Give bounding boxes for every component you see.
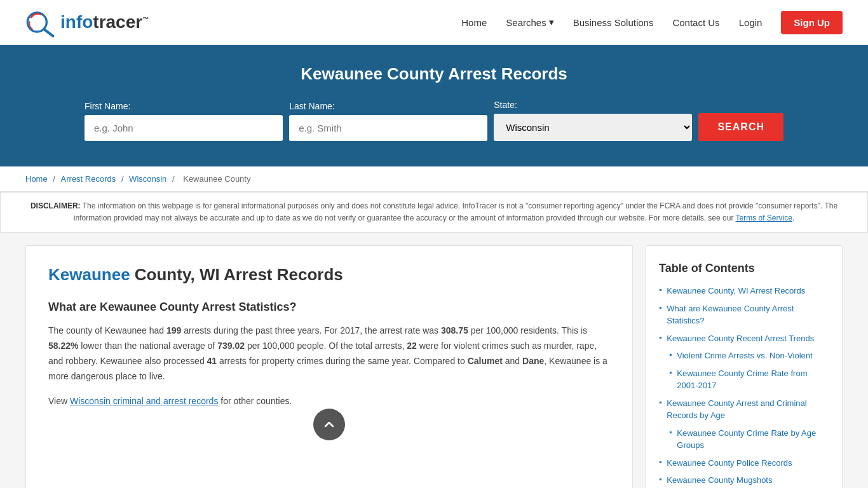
toc-item-8: Kewaunee County Police Records bbox=[659, 457, 829, 470]
first-name-group: First Name: bbox=[85, 101, 283, 141]
article-title: Kewaunee County, WI Arrest Records bbox=[48, 265, 610, 285]
arrests-count: 199 bbox=[166, 325, 181, 336]
scroll-up-button[interactable] bbox=[313, 409, 345, 440]
toc-heading: Table of Contents bbox=[659, 262, 829, 275]
toc-item-2: What are Kewaunee County Arrest Statisti… bbox=[659, 302, 829, 327]
state-group: State: Wisconsin bbox=[494, 100, 692, 141]
hero-section: Kewaunee County Arrest Records First Nam… bbox=[0, 45, 868, 166]
nav-signup[interactable]: Sign Up bbox=[781, 11, 843, 34]
toc-link-2[interactable]: What are Kewaunee County Arrest Statisti… bbox=[667, 302, 829, 327]
svg-line-1 bbox=[44, 30, 53, 36]
toc-item-1: Kewaunee County, WI Arrest Records bbox=[659, 285, 829, 297]
nav-contact-us[interactable]: Contact Us bbox=[672, 17, 719, 28]
breadcrumb-state[interactable]: Wisconsin bbox=[129, 174, 166, 184]
nav-home[interactable]: Home bbox=[461, 17, 487, 28]
toc-item-4: Violent Crime Arrests vs. Non-Violent bbox=[659, 349, 829, 362]
first-name-input[interactable] bbox=[85, 115, 283, 141]
breadcrumb-sep-1: / bbox=[53, 174, 57, 184]
logo-tm: ™ bbox=[142, 16, 149, 23]
search-form: First Name: Last Name: State: Wisconsin … bbox=[85, 100, 783, 141]
wi-records-link[interactable]: Wisconsin criminal and arrest records bbox=[70, 396, 218, 406]
breadcrumb-sep-2: / bbox=[121, 174, 126, 184]
main-nav: Home Searches ▾ Business Solutions Conta… bbox=[461, 11, 843, 34]
breadcrumb-sep-3: / bbox=[172, 174, 177, 184]
terms-of-service-link[interactable]: Terms of Service bbox=[736, 214, 792, 222]
state-select[interactable]: Wisconsin bbox=[494, 114, 692, 141]
sidebar-toc: Table of Contents Kewaunee County, WI Ar… bbox=[646, 245, 843, 488]
main-content: Kewaunee County, WI Arrest Records What … bbox=[0, 233, 868, 488]
toc-link-7[interactable]: Kewaunee County Crime Rate by Age Groups bbox=[677, 427, 829, 452]
nav-login[interactable]: Login bbox=[739, 17, 763, 28]
toc-item-9: Kewaunee County Mugshots bbox=[659, 474, 829, 487]
national-avg: 739.02 bbox=[217, 341, 245, 351]
disclaimer-text: The information on this webpage is for g… bbox=[74, 201, 837, 222]
toc-link-5[interactable]: Kewaunee County Crime Rate from 2001-201… bbox=[677, 367, 829, 392]
calumet-ref: Calumet bbox=[468, 356, 503, 366]
toc-item-3: Kewaunee County Recent Arrest Trends bbox=[659, 332, 829, 345]
breadcrumb: Home / Arrest Records / Wisconsin / Kewa… bbox=[0, 166, 868, 192]
arrest-pct: 58.22% bbox=[48, 341, 78, 351]
toc-link-8[interactable]: Kewaunee County Police Records bbox=[667, 457, 792, 470]
toc-item-5: Kewaunee County Crime Rate from 2001-201… bbox=[659, 367, 829, 392]
breadcrumb-home[interactable]: Home bbox=[25, 174, 48, 184]
toc-item-6: Kewaunee County Arrest and Criminal Reco… bbox=[659, 397, 829, 422]
article: Kewaunee County, WI Arrest Records What … bbox=[25, 245, 633, 488]
view-link-paragraph: View Wisconsin criminal and arrest recor… bbox=[48, 394, 610, 409]
last-name-input[interactable] bbox=[289, 115, 487, 141]
last-name-label: Last Name: bbox=[289, 101, 335, 111]
chevron-down-icon: ▾ bbox=[549, 17, 554, 28]
toc-link-3[interactable]: Kewaunee County Recent Arrest Trends bbox=[667, 332, 814, 345]
toc-link-6[interactable]: Kewaunee County Arrest and Criminal Reco… bbox=[667, 397, 829, 422]
disclaimer-bar: DISCLAIMER: The information on this webp… bbox=[0, 192, 868, 233]
article-footer bbox=[48, 421, 610, 459]
violent-count: 22 bbox=[407, 341, 417, 351]
toc-link-9[interactable]: Kewaunee County Mugshots bbox=[667, 474, 772, 487]
toc-item-7: Kewaunee County Crime Rate by Age Groups bbox=[659, 427, 829, 452]
state-label: State: bbox=[494, 100, 517, 110]
page-title: Kewaunee County Arrest Records bbox=[25, 64, 843, 84]
article-title-highlight: Kewaunee bbox=[48, 265, 130, 284]
disclaimer-label: DISCLAIMER: bbox=[31, 201, 81, 210]
arrest-rate: 308.75 bbox=[441, 325, 468, 336]
toc-link-4[interactable]: Violent Crime Arrests vs. Non-Violent bbox=[677, 349, 812, 362]
dane-ref: Dane bbox=[522, 356, 544, 366]
logo-tracer-text: tracer bbox=[93, 12, 142, 32]
nav-searches[interactable]: Searches ▾ bbox=[506, 17, 553, 28]
toc-list: Kewaunee County, WI Arrest Records What … bbox=[659, 285, 829, 487]
article-section1-heading: What are Kewaunee County Arrest Statisti… bbox=[48, 301, 610, 314]
first-name-label: First Name: bbox=[85, 101, 130, 111]
article-paragraph-1: The county of Kewaunee had 199 arrests d… bbox=[48, 323, 610, 384]
logo[interactable]: infotracer™ bbox=[25, 6, 149, 38]
nav-business-solutions[interactable]: Business Solutions bbox=[573, 17, 654, 28]
logo-info-text: info bbox=[60, 12, 93, 32]
toc-link-1[interactable]: Kewaunee County, WI Arrest Records bbox=[667, 285, 805, 297]
breadcrumb-current: Kewaunee County bbox=[183, 174, 250, 184]
search-button[interactable]: SEARCH bbox=[698, 113, 783, 141]
site-header: infotracer™ Home Searches ▾ Business Sol… bbox=[0, 0, 868, 45]
breadcrumb-arrest-records[interactable]: Arrest Records bbox=[61, 174, 116, 184]
article-title-rest: County, WI Arrest Records bbox=[130, 265, 343, 284]
property-count: 41 bbox=[207, 356, 217, 366]
last-name-group: Last Name: bbox=[289, 101, 487, 141]
